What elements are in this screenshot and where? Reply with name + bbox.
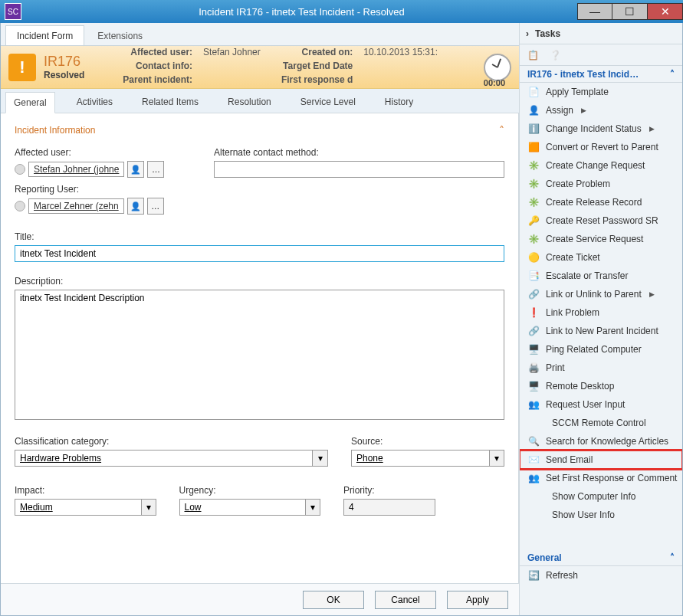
tab-history[interactable]: History bbox=[377, 91, 421, 113]
task-list[interactable]: 📄Apply Template👤Assign▶ℹ️Change Incident… bbox=[520, 83, 682, 549]
dropdown-icon[interactable]: ▾ bbox=[312, 450, 328, 467]
dropdown-icon[interactable]: ▾ bbox=[305, 499, 320, 516]
task-label: Show Computer Info bbox=[552, 491, 635, 502]
source-select[interactable]: Phone bbox=[351, 450, 489, 467]
app-icon: SC bbox=[5, 3, 21, 20]
task-label: Search for Knowledge Articles bbox=[546, 436, 668, 447]
close-button[interactable]: ✕ bbox=[648, 3, 683, 20]
ok-button[interactable]: OK bbox=[303, 591, 364, 609]
user-browse-button[interactable]: … bbox=[147, 161, 164, 178]
task-item[interactable]: 🖥️Remote Desktop bbox=[520, 377, 682, 395]
task-icon: 👥 bbox=[527, 472, 540, 484]
task-label: Set First Response or Comment bbox=[546, 473, 677, 483]
task-item[interactable]: SCCM Remote Control bbox=[520, 414, 682, 432]
task-group-general[interactable]: General ˄ bbox=[520, 549, 682, 566]
classification-select[interactable]: Hardware Problems bbox=[15, 450, 312, 467]
affected-user-field-label: Affected user: bbox=[15, 147, 191, 158]
apply-button[interactable]: Apply bbox=[447, 591, 508, 609]
reporting-user-label: Reporting User: bbox=[15, 184, 191, 195]
task-item[interactable]: 👥Request User Input bbox=[520, 395, 682, 414]
help-icon[interactable]: ❔ bbox=[550, 50, 561, 61]
chevron-right-icon[interactable]: › bbox=[526, 28, 529, 39]
content: Incident Form Extensions ! IR176 Resolve… bbox=[0, 23, 683, 616]
impact-select[interactable]: Medium bbox=[15, 499, 141, 516]
collapse-icon[interactable]: ˄ bbox=[499, 124, 504, 136]
task-item[interactable]: 📄Apply Template bbox=[520, 83, 682, 101]
tab-activities[interactable]: Activities bbox=[69, 91, 120, 113]
inner-tabs: General Activities Related Items Resolut… bbox=[1, 89, 519, 113]
task-item[interactable]: 🖨️Print bbox=[520, 359, 682, 377]
task-item[interactable]: ✳️Create Problem bbox=[520, 175, 682, 193]
parent-incident-label: Parent incident: bbox=[123, 74, 192, 85]
task-item[interactable]: 👥Set First Response or Comment bbox=[520, 469, 682, 487]
first-response-label: First response d bbox=[281, 74, 353, 85]
dropdown-icon[interactable]: ▾ bbox=[141, 499, 156, 516]
affected-user-link[interactable]: Stefan Johner (johne bbox=[28, 162, 124, 177]
timer-value: 00:00 bbox=[484, 78, 505, 87]
task-item[interactable]: ✳️Create Change Request bbox=[520, 156, 682, 175]
urgency-select[interactable]: Low bbox=[179, 499, 306, 516]
task-item[interactable]: Show User Info bbox=[520, 506, 682, 524]
form-scroll[interactable]: Incident Information ˄ Affected user: St… bbox=[1, 113, 519, 583]
task-item[interactable]: 🔗Link or Unlink to Parent▶ bbox=[520, 285, 682, 303]
tab-extensions[interactable]: Extensions bbox=[86, 25, 154, 45]
reporting-user-link[interactable]: Marcel Zehner (zehn bbox=[28, 198, 124, 214]
tab-general[interactable]: General bbox=[5, 92, 55, 113]
task-item[interactable]: ℹ️Change Incident Status▶ bbox=[520, 120, 682, 138]
minimize-button[interactable]: — bbox=[577, 3, 612, 20]
created-on-value: 10.10.2013 15:31: bbox=[363, 47, 438, 57]
created-on-label: Created on: bbox=[302, 47, 353, 57]
tab-resolution[interactable]: Resolution bbox=[220, 91, 279, 113]
task-label: Create Reset Password SR bbox=[546, 215, 658, 226]
refresh-icon: 🔄 bbox=[527, 569, 540, 582]
task-label: Remote Desktop bbox=[546, 381, 614, 392]
presence-icon bbox=[15, 201, 25, 211]
task-item[interactable]: 📑Escalate or Transfer bbox=[520, 267, 682, 285]
task-item[interactable]: 🟧Convert or Revert to Parent bbox=[520, 138, 682, 156]
task-item[interactable]: 🔍Search for Knowledge Articles bbox=[520, 432, 682, 451]
tab-incident-form[interactable]: Incident Form bbox=[5, 25, 84, 45]
description-input[interactable]: itnetx Test Incident Description bbox=[15, 290, 504, 420]
dialog-buttons: OK Cancel Apply bbox=[1, 583, 519, 615]
dropdown-icon[interactable]: ▾ bbox=[489, 450, 504, 467]
clipboard-icon[interactable]: 📋 bbox=[527, 50, 539, 61]
task-item[interactable]: ✉️Send Email bbox=[520, 451, 682, 469]
task-item[interactable]: ✳️Create Service Request bbox=[520, 230, 682, 248]
cancel-button[interactable]: Cancel bbox=[375, 591, 436, 609]
incident-status: Resolved bbox=[44, 70, 84, 80]
task-icon: ❗ bbox=[527, 306, 540, 319]
user-picker-icon[interactable]: 👤 bbox=[127, 161, 144, 178]
task-label: Ping Related Computer bbox=[546, 344, 642, 355]
tab-related-items[interactable]: Related Items bbox=[134, 91, 206, 113]
task-item[interactable]: ✳️Create Release Record bbox=[520, 193, 682, 211]
task-item[interactable]: 🔗Link to New Parent Incident bbox=[520, 322, 682, 340]
task-icon: 🖨️ bbox=[527, 362, 540, 374]
task-item[interactable]: 👤Assign▶ bbox=[520, 101, 682, 120]
task-refresh[interactable]: 🔄 Refresh bbox=[520, 566, 682, 585]
task-icon: 🖥️ bbox=[527, 343, 540, 356]
urgency-label: Urgency: bbox=[179, 485, 321, 496]
task-group-incident[interactable]: IR176 - itnetx Test Incid… ˄ bbox=[520, 66, 682, 83]
title-input[interactable] bbox=[15, 245, 504, 262]
impact-label: Impact: bbox=[15, 485, 156, 496]
priority-input bbox=[343, 499, 435, 516]
user-browse-button[interactable]: … bbox=[147, 198, 164, 215]
classification-label: Classification category: bbox=[15, 436, 328, 447]
tab-service-level[interactable]: Service Level bbox=[293, 91, 363, 113]
task-item[interactable]: ❗Link Problem bbox=[520, 303, 682, 322]
task-icon: ✳️ bbox=[527, 233, 540, 245]
alternate-contact-input[interactable] bbox=[214, 161, 504, 178]
task-icon: 🔗 bbox=[527, 288, 540, 300]
task-item[interactable]: 🔑Create Reset Password SR bbox=[520, 211, 682, 230]
user-picker-icon[interactable]: 👤 bbox=[127, 198, 144, 215]
tasks-header: › Tasks bbox=[520, 23, 682, 44]
section-title: Incident Information ˄ bbox=[15, 124, 504, 136]
task-item[interactable]: 🖥️Ping Related Computer bbox=[520, 340, 682, 359]
task-item[interactable]: Show Computer Info bbox=[520, 487, 682, 506]
task-label: Show User Info bbox=[552, 510, 615, 520]
task-label: Convert or Revert to Parent bbox=[546, 142, 658, 152]
maximize-button[interactable]: ☐ bbox=[612, 3, 648, 20]
title-label: Title: bbox=[15, 231, 504, 242]
banner: ! IR176 Resolved Affected user: Contact … bbox=[1, 46, 519, 89]
task-item[interactable]: 🟡Create Ticket bbox=[520, 248, 682, 267]
